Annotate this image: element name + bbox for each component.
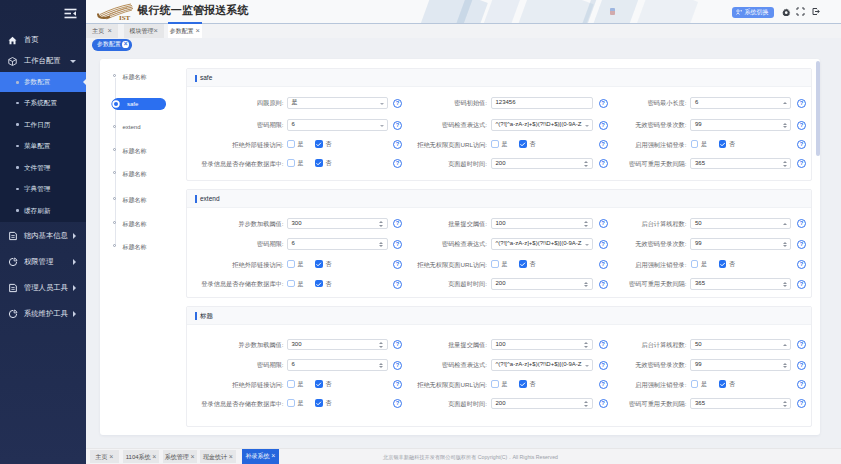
svg-text:IST: IST [119,14,131,21]
